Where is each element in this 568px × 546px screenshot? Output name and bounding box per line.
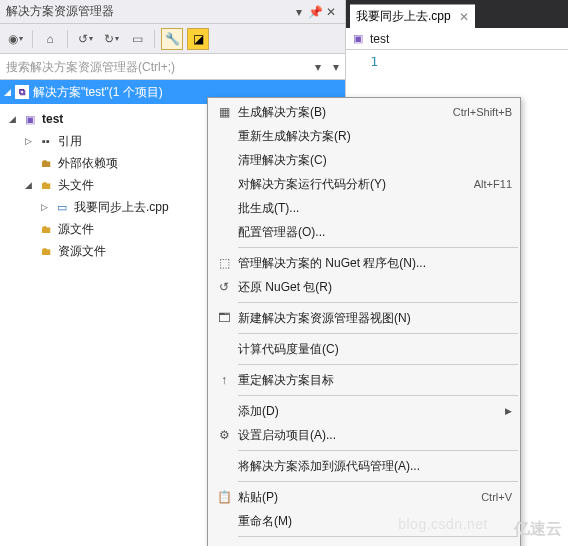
refresh-button[interactable]: ↻ (100, 28, 122, 50)
panel-titlebar: 解决方案资源管理器 ▾ 📌 ✕ (0, 0, 345, 24)
panel-menu-dropdown[interactable]: ▾ (291, 5, 307, 19)
line-number: 1 (346, 54, 378, 69)
solution-icon: ⧉ (15, 85, 29, 99)
menu-separator (238, 364, 518, 365)
external-deps-label: 外部依赖项 (58, 155, 118, 172)
menu-restore-nuget[interactable]: ↺ 还原 NuGet 包(R) (208, 275, 520, 299)
retarget-icon: ↑ (212, 373, 236, 387)
panel-title: 解决方案资源管理器 (6, 3, 291, 20)
menu-code-metrics[interactable]: 计算代码度量值(C) (208, 337, 520, 361)
toolbar-divider (67, 30, 68, 48)
solution-context-menu: ▦ 生成解决方案(B) Ctrl+Shift+B 重新生成解决方案(R) 清理解… (207, 97, 521, 546)
back-button[interactable]: ◉ (4, 28, 26, 50)
project-icon: ▣ (350, 32, 366, 46)
menu-rename[interactable]: 重命名(M) (208, 509, 520, 533)
menu-batch-build[interactable]: 批生成(T)... (208, 196, 520, 220)
menu-separator (238, 395, 518, 396)
panel-close-button[interactable]: ✕ (323, 5, 339, 19)
menu-open-folder[interactable]: ↩ 在文件资源管理器中打开文件夹(X) (208, 540, 520, 546)
menu-paste[interactable]: 📋 粘贴(P) Ctrl+V (208, 485, 520, 509)
line-gutter: 1 (346, 54, 386, 69)
show-all-button[interactable]: ◪ (187, 28, 209, 50)
search-filter-dropdown[interactable]: ▾ (327, 60, 345, 74)
menu-run-analysis[interactable]: 对解决方案运行代码分析(Y) Alt+F11 (208, 172, 520, 196)
menu-separator (238, 536, 518, 537)
paste-icon: 📋 (212, 490, 236, 504)
chevron-right-icon[interactable] (38, 202, 50, 212)
menu-separator (238, 247, 518, 248)
search-input[interactable] (0, 54, 309, 79)
external-deps-icon: 🖿 (38, 156, 54, 170)
navigation-bar: ▣ test (346, 28, 568, 50)
panel-toolbar: ◉ ⌂ ↺ ↻ ▭ 🔧 ◪ (0, 24, 345, 54)
code-editor[interactable]: 1 (346, 50, 568, 73)
project-icon: ▣ (22, 112, 38, 126)
menu-separator (238, 333, 518, 334)
toolbar-divider (32, 30, 33, 48)
chevron-down-icon[interactable] (22, 180, 34, 190)
folder-icon: 🖿 (38, 244, 54, 258)
chevron-right-icon[interactable] (22, 136, 34, 146)
resources-label: 资源文件 (58, 243, 106, 260)
menu-config-manager[interactable]: 配置管理器(O)... (208, 220, 520, 244)
tab-close-button[interactable]: ✕ (459, 10, 469, 24)
references-label: 引用 (58, 133, 82, 150)
sources-label: 源文件 (58, 221, 94, 238)
menu-retarget[interactable]: ↑ 重定解决方案目标 (208, 368, 520, 392)
search-row: ▾ ▾ (0, 54, 345, 80)
headers-label: 头文件 (58, 177, 94, 194)
references-icon: ▪▪ (38, 134, 54, 148)
menu-clean-solution[interactable]: 清理解决方案(C) (208, 148, 520, 172)
new-view-icon: 🗔 (212, 311, 236, 325)
toolbar-divider (154, 30, 155, 48)
document-tab-label: 我要同步上去.cpp (356, 8, 451, 25)
sync-button[interactable]: ↺ (74, 28, 96, 50)
submenu-arrow-icon: ▶ (505, 406, 512, 416)
menu-manage-nuget[interactable]: ⬚ 管理解决方案的 NuGet 程序包(N)... (208, 251, 520, 275)
expand-icon: ◢ (4, 87, 11, 97)
document-tab[interactable]: 我要同步上去.cpp ✕ (350, 4, 475, 28)
home-button[interactable]: ⌂ (39, 28, 61, 50)
folder-icon: 🖿 (38, 178, 54, 192)
menu-new-view[interactable]: 🗔 新建解决方案资源管理器视图(N) (208, 306, 520, 330)
menu-build-solution[interactable]: ▦ 生成解决方案(B) Ctrl+Shift+B (208, 100, 520, 124)
build-icon: ▦ (212, 105, 236, 119)
menu-set-startup[interactable]: ⚙ 设置启动项目(A)... (208, 423, 520, 447)
document-tab-strip: 我要同步上去.cpp ✕ (346, 0, 568, 28)
menu-rebuild-solution[interactable]: 重新生成解决方案(R) (208, 124, 520, 148)
gear-icon: ⚙ (212, 428, 236, 442)
chevron-down-icon[interactable] (6, 114, 18, 124)
solution-label: 解决方案"test"(1 个项目) (33, 84, 163, 101)
menu-add[interactable]: 添加(D) ▶ (208, 399, 520, 423)
panel-pin-button[interactable]: 📌 (307, 5, 323, 19)
properties-button[interactable]: 🔧 (161, 28, 183, 50)
nuget-icon: ⬚ (212, 256, 236, 270)
cpp-file-icon: ▭ (54, 200, 70, 214)
menu-separator (238, 481, 518, 482)
nav-crumb[interactable]: test (370, 32, 389, 46)
header-file-label: 我要同步上去.cpp (74, 199, 169, 216)
project-label: test (42, 112, 63, 126)
collapse-button[interactable]: ▭ (126, 28, 148, 50)
search-options-dropdown[interactable]: ▾ (309, 60, 327, 74)
folder-icon: 🖿 (38, 222, 54, 236)
menu-add-source-control[interactable]: 将解决方案添加到源代码管理(A)... (208, 454, 520, 478)
menu-separator (238, 450, 518, 451)
menu-separator (238, 302, 518, 303)
restore-icon: ↺ (212, 280, 236, 294)
